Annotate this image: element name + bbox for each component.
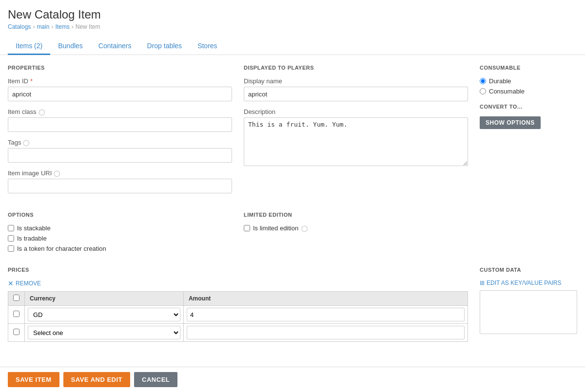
breadcrumb-main[interactable]: main — [37, 23, 49, 30]
cancel-button[interactable]: CANCEL — [134, 372, 177, 387]
tab-stores[interactable]: Stores — [190, 38, 225, 55]
item-class-comment-icon: ◯ — [39, 109, 45, 115]
edit-kv-label: EDIT AS KEY/VALUE PAIRS — [487, 280, 561, 286]
durable-radio[interactable] — [480, 78, 486, 84]
breadcrumb-current: New Item — [76, 23, 100, 30]
price-row-0-amount — [183, 306, 468, 324]
item-image-uri-input[interactable] — [8, 179, 232, 193]
currency-select-0[interactable]: GD — [28, 308, 180, 321]
item-id-input[interactable] — [8, 87, 232, 101]
custom-data-section: CUSTOM DATA ⊞ EDIT AS KEY/VALUE PAIRS — [480, 267, 577, 342]
is-token-checkbox[interactable] — [8, 245, 14, 252]
amount-input-0[interactable] — [187, 308, 465, 321]
page-header: New Catalog Item Catalogs › main › Items… — [0, 0, 585, 32]
tabs-bar: Items (2) Bundles Containers Drop tables… — [0, 38, 585, 55]
item-id-label: Item ID * — [8, 77, 232, 85]
breadcrumb: Catalogs › main › Items › New Item — [8, 23, 577, 30]
is-tradable-item[interactable]: Is tradable — [8, 235, 232, 242]
is-stackable-checkbox[interactable] — [8, 225, 14, 231]
price-row-0-check — [8, 306, 25, 324]
item-image-uri-comment-icon: ◯ — [54, 170, 60, 177]
item-image-uri-field: Item image URI ◯ — [8, 169, 232, 193]
is-tradable-checkbox[interactable] — [8, 235, 14, 242]
price-row-1-currency: Select one — [25, 324, 184, 342]
currency-select-1[interactable]: Select one — [28, 326, 180, 339]
is-token-item[interactable]: Is a token for character creation — [8, 245, 232, 252]
prices-amount-header: Amount — [183, 292, 468, 306]
price-row-1-checkbox[interactable] — [13, 329, 20, 335]
prices-table-check-header — [8, 292, 25, 306]
limited-edition-title: LIMITED EDITION — [244, 212, 468, 218]
save-item-button[interactable]: SAVE ITEM — [8, 372, 59, 387]
item-id-field: Item ID * — [8, 77, 232, 101]
edit-kv-link[interactable]: ⊞ EDIT AS KEY/VALUE PAIRS — [480, 280, 577, 286]
save-and-edit-button[interactable]: SAVE AND EDIT — [63, 372, 130, 387]
item-class-input[interactable] — [8, 117, 232, 132]
displayed-to-players-column: DISPLAYED TO PLAYERS Display name Descri… — [244, 65, 468, 200]
options-section-title: OPTIONS — [8, 212, 232, 218]
displayed-section-title: DISPLAYED TO PLAYERS — [244, 65, 468, 71]
convert-to-title: CONVERT TO... — [480, 104, 577, 110]
price-row-1-check — [8, 324, 25, 342]
price-row-1-amount — [183, 324, 468, 342]
amount-input-1[interactable] — [187, 326, 465, 339]
tab-drop-tables[interactable]: Drop tables — [139, 38, 190, 55]
is-limited-edition-checkbox[interactable] — [244, 225, 250, 231]
consumable-label: Consumable — [489, 88, 525, 95]
options-column: OPTIONS Is stackable Is tradable Is a to… — [8, 212, 232, 255]
is-stackable-label: Is stackable — [17, 224, 51, 232]
description-field: Description This is a fruit. Yum. Yum. — [244, 108, 468, 168]
tags-comment-icon: ◯ — [23, 139, 29, 146]
tags-label: Tags ◯ — [8, 139, 232, 146]
display-name-input[interactable] — [244, 87, 468, 101]
prices-section-title: PRICES — [8, 267, 468, 273]
convert-to-section: CONVERT TO... SHOW OPTIONS — [480, 104, 577, 129]
price-row-0-checkbox[interactable] — [13, 311, 20, 317]
main-content: PROPERTIES Item ID * Item class ◯ Tags — [0, 55, 585, 381]
breadcrumb-catalogs[interactable]: Catalogs — [8, 23, 31, 30]
prices-section: PRICES ✕ REMOVE Currency Amount — [8, 267, 468, 342]
is-stackable-item[interactable]: Is stackable — [8, 224, 232, 232]
item-class-field: Item class ◯ — [8, 108, 232, 132]
footer-bar: SAVE ITEM SAVE AND EDIT CANCEL — [0, 367, 585, 392]
durable-radio-item[interactable]: Durable — [480, 77, 577, 85]
remove-link[interactable]: ✕ REMOVE — [8, 280, 468, 287]
breadcrumb-items[interactable]: Items — [55, 23, 69, 30]
top-columns: PROPERTIES Item ID * Item class ◯ Tags — [8, 65, 577, 200]
is-token-label: Is a token for character creation — [17, 245, 106, 252]
consumable-radio-group: Durable Consumable — [480, 77, 577, 95]
prices-custom-row: PRICES ✕ REMOVE Currency Amount — [8, 267, 577, 342]
custom-data-title: CUSTOM DATA — [480, 267, 577, 273]
is-tradable-label: Is tradable — [17, 235, 47, 242]
limited-edition-comment-icon: ◯ — [301, 225, 308, 232]
price-row-0-currency: GD — [25, 306, 184, 324]
is-limited-edition-item[interactable]: Is limited edition ◯ — [244, 224, 468, 232]
consumable-column: CONSUMABLE Durable Consumable CONVERT TO… — [480, 65, 577, 200]
remove-x-icon: ✕ — [8, 280, 14, 287]
show-options-button[interactable]: SHOW OPTIONS — [480, 116, 541, 129]
item-class-label: Item class ◯ — [8, 108, 232, 115]
prices-currency-header: Currency — [25, 292, 184, 306]
consumable-section-title: CONSUMABLE — [480, 65, 577, 71]
properties-section-title: PROPERTIES — [8, 65, 232, 71]
tab-containers[interactable]: Containers — [91, 38, 139, 55]
tags-input[interactable] — [8, 148, 232, 163]
consumable-radio-item[interactable]: Consumable — [480, 88, 577, 95]
description-label: Description — [244, 108, 468, 115]
properties-column: PROPERTIES Item ID * Item class ◯ Tags — [8, 65, 232, 200]
tab-items[interactable]: Items (2) — [8, 38, 50, 55]
page-title: New Catalog Item — [8, 8, 577, 21]
consumable-radio[interactable] — [480, 88, 486, 94]
required-star: * — [30, 77, 33, 85]
prices-select-all-checkbox[interactable] — [13, 295, 20, 301]
prices-table: Currency Amount GD — [8, 291, 468, 342]
description-textarea[interactable]: This is a fruit. Yum. Yum. — [244, 117, 468, 166]
display-name-label: Display name — [244, 77, 468, 85]
durable-label: Durable — [489, 77, 511, 85]
price-row-1: Select one — [8, 324, 468, 342]
limited-edition-column: LIMITED EDITION Is limited edition ◯ — [244, 212, 468, 255]
tab-bundles[interactable]: Bundles — [50, 38, 91, 55]
is-limited-edition-label: Is limited edition — [253, 224, 298, 232]
edit-kv-icon: ⊞ — [480, 280, 485, 286]
display-name-field: Display name — [244, 77, 468, 101]
